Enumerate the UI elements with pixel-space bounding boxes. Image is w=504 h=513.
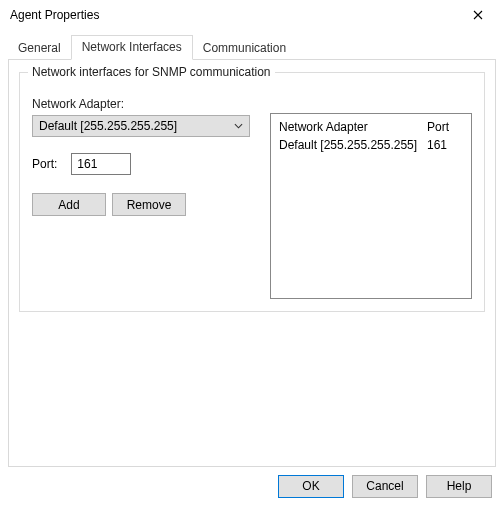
tab-panel: Network interfaces for SNMP communicatio…	[8, 59, 496, 467]
port-input[interactable]	[71, 153, 131, 175]
port-row: Port:	[32, 153, 252, 175]
adapter-dropdown[interactable]: Default [255.255.255.255]	[32, 115, 250, 137]
add-button[interactable]: Add	[32, 193, 106, 216]
add-remove-row: Add Remove	[32, 193, 252, 216]
adapter-label: Network Adapter:	[32, 97, 252, 111]
close-button[interactable]	[458, 1, 498, 29]
list-cell-adapter: Default [255.255.255.255]	[279, 138, 419, 152]
port-label: Port:	[32, 157, 57, 171]
adapter-form: Network Adapter: Default [255.255.255.25…	[32, 97, 252, 216]
button-label: OK	[302, 479, 319, 493]
tab-network-interfaces[interactable]: Network Interfaces	[71, 35, 193, 60]
window-title: Agent Properties	[10, 8, 99, 22]
tab-label: General	[18, 41, 61, 55]
tab-communication[interactable]: Communication	[193, 37, 296, 60]
button-label: Add	[58, 198, 79, 212]
group-title: Network interfaces for SNMP communicatio…	[28, 65, 275, 79]
snmp-interfaces-group: Network interfaces for SNMP communicatio…	[19, 72, 485, 312]
close-icon	[473, 7, 483, 23]
button-label: Cancel	[366, 479, 403, 493]
adapter-value: Default [255.255.255.255]	[39, 119, 177, 133]
help-button[interactable]: Help	[426, 475, 492, 498]
dialog-footer: OK Cancel Help	[0, 467, 504, 513]
button-label: Help	[447, 479, 472, 493]
tab-general[interactable]: General	[8, 37, 71, 60]
button-label: Remove	[127, 198, 172, 212]
interfaces-list[interactable]: Network Adapter Port Default [255.255.25…	[270, 113, 472, 299]
col-header-port: Port	[427, 120, 467, 134]
tab-strip: General Network Interfaces Communication	[0, 30, 504, 59]
ok-button[interactable]: OK	[278, 475, 344, 498]
list-cell-port: 161	[427, 138, 467, 152]
col-header-adapter: Network Adapter	[279, 120, 419, 134]
tab-label: Network Interfaces	[82, 40, 182, 54]
tab-label: Communication	[203, 41, 286, 55]
remove-button[interactable]: Remove	[112, 193, 186, 216]
list-grid: Network Adapter Port Default [255.255.25…	[279, 120, 463, 152]
title-bar: Agent Properties	[0, 0, 504, 30]
chevron-down-icon	[234, 123, 243, 129]
cancel-button[interactable]: Cancel	[352, 475, 418, 498]
